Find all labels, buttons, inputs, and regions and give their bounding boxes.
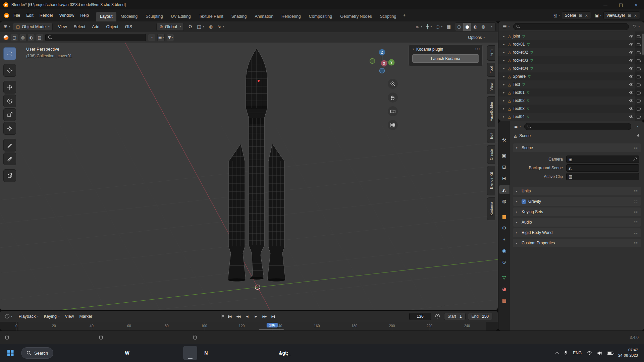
browse-scene-button[interactable]: ◱▾ xyxy=(552,11,561,19)
add-cube-tool[interactable] xyxy=(3,169,16,182)
workspace-tab[interactable]: Texture Paint xyxy=(195,12,227,21)
editor-type-button[interactable]: ⊞▾ xyxy=(2,23,12,31)
battery-icon[interactable] xyxy=(607,352,613,355)
asset-search-input[interactable] xyxy=(54,35,143,40)
object-name[interactable]: Text03 xyxy=(513,106,524,111)
outliner-row[interactable]: ▸ △ Sphere ▽ xyxy=(498,72,644,80)
disable-in-render-camera-icon[interactable] xyxy=(636,35,642,38)
outliner-row[interactable]: ▸ △ rocket04 ▽ xyxy=(498,64,644,72)
scale-tool[interactable] xyxy=(3,108,16,121)
topbar-menu[interactable]: Render xyxy=(37,12,56,19)
transform-orientation-dropdown[interactable]: ⊕ Global▾ xyxy=(156,23,184,31)
workspace-tab[interactable]: Sculpting xyxy=(142,12,167,21)
start-frame-field[interactable]: Start 1 xyxy=(444,313,466,320)
object-name[interactable]: Sphere xyxy=(513,74,526,79)
object-name[interactable]: rocket03 xyxy=(513,58,528,63)
properties-section[interactable]: ▸ ✓ Keying Sets ∷∷ xyxy=(513,207,641,216)
expand-arrow-icon[interactable]: ▸ xyxy=(503,43,506,46)
shading-material-button[interactable]: ◐ xyxy=(471,23,479,31)
filter-dropdown[interactable]: ▼▾ xyxy=(167,34,174,41)
browse-viewlayer-button[interactable]: ▣▾ xyxy=(594,11,603,19)
shading-options-dropdown[interactable]: ▾ xyxy=(487,23,495,31)
side-tab-kodama[interactable]: Kodama xyxy=(487,197,495,220)
show-gizmo-toggle[interactable]: ┼▾ xyxy=(425,23,433,31)
asset-type-toggle[interactable]: ▢ xyxy=(11,34,18,41)
hide-in-viewport-eye-icon[interactable] xyxy=(628,83,634,86)
remove-viewlayer-icon[interactable]: × xyxy=(634,13,637,18)
timeline-playhead[interactable]: 136 xyxy=(272,322,272,330)
workspace-tab[interactable]: Scripting xyxy=(376,12,400,21)
asset-type-toggle[interactable]: ▤ xyxy=(36,34,43,41)
outliner-scrollbar[interactable] xyxy=(642,34,644,55)
disable-in-render-camera-icon[interactable] xyxy=(636,83,642,86)
app-menu-button[interactable] xyxy=(3,11,10,19)
xray-toggle[interactable]: ▦ xyxy=(445,23,453,31)
timeline-editor-type-button[interactable]: ▾ xyxy=(3,312,14,320)
timeline-ruler[interactable]: 020406080100120140160180200220240 136 xyxy=(0,322,498,330)
cursor-tool[interactable] xyxy=(3,64,16,77)
hide-in-viewport-eye-icon[interactable] xyxy=(628,67,634,70)
transport-play-reverse[interactable]: ◀ xyxy=(243,313,251,320)
props-tab-constraints[interactable]: ⊙ xyxy=(499,257,509,266)
mode-dropdown[interactable]: ▢ Object Mode▾ xyxy=(13,23,52,31)
expand-arrow-icon[interactable]: ▸ xyxy=(503,59,506,62)
properties-section[interactable]: ▸ ✓ Gravity ∷∷ xyxy=(513,197,641,206)
viewport-menu[interactable]: Add xyxy=(89,23,102,31)
props-tab-material[interactable]: ◕ xyxy=(499,284,509,293)
object-name[interactable]: Text02 xyxy=(513,98,524,103)
start-button[interactable] xyxy=(3,346,17,360)
rocket-wireframe-model[interactable] xyxy=(228,49,285,282)
select-box-tool[interactable] xyxy=(3,47,16,60)
annotate-tool[interactable] xyxy=(3,139,16,152)
list-view-dropdown[interactable]: ☰▾ xyxy=(157,34,165,41)
search-history-dropdown[interactable]: ▾ xyxy=(148,34,155,41)
microphone-icon[interactable] xyxy=(564,350,568,356)
rotate-tool[interactable] xyxy=(3,95,16,107)
disable-in-render-camera-icon[interactable] xyxy=(636,43,642,46)
timeline-menu[interactable]: Playback xyxy=(16,313,41,320)
snap-toggle[interactable]: Ω xyxy=(186,23,194,31)
properties-editor-type-button[interactable]: ≡▾ xyxy=(513,122,522,130)
hide-in-viewport-eye-icon[interactable] xyxy=(628,115,634,118)
add-workspace-button[interactable]: + xyxy=(400,11,408,20)
hide-in-viewport-eye-icon[interactable] xyxy=(628,43,634,46)
transport-jump-end[interactable]: ▶▮ xyxy=(269,313,277,320)
navigation-gizmo[interactable]: Z Y X xyxy=(369,48,395,77)
workspace-tab[interactable]: Shading xyxy=(227,12,251,21)
side-tab-item[interactable]: Item xyxy=(487,45,495,61)
transform-tool[interactable] xyxy=(3,122,16,135)
timeline-menu[interactable]: Keying xyxy=(41,313,62,320)
object-name[interactable]: rock01 xyxy=(513,42,525,47)
taskbar-app-terminal[interactable]: &gt;_ xyxy=(278,346,292,360)
taskbar-app-explorer[interactable] xyxy=(73,346,87,360)
scene-section-header[interactable]: ▾ Scene ∷∷ xyxy=(513,143,641,152)
expand-arrow-icon[interactable]: ▸ xyxy=(503,75,506,78)
timeline-menu[interactable]: View xyxy=(62,313,77,320)
hide-in-viewport-eye-icon[interactable] xyxy=(628,75,634,78)
expand-arrow-icon[interactable]: ▸ xyxy=(503,91,506,94)
timeline-menu[interactable]: Marker xyxy=(76,313,95,320)
transport-play[interactable]: ▶ xyxy=(252,313,260,320)
move-tool[interactable] xyxy=(3,81,16,94)
kodama-panel-header[interactable]: ▾ Kodama plugin ∷∷ xyxy=(409,45,482,53)
taskbar-app-dark-ring[interactable] xyxy=(104,346,118,360)
field-input[interactable]: ▣ xyxy=(566,156,639,163)
clock[interactable]: 07:47 24-08-2023 xyxy=(618,348,638,358)
taskbar-app-onenote[interactable]: N xyxy=(199,346,213,360)
disable-in-render-camera-icon[interactable] xyxy=(636,99,642,103)
outliner-filter-button[interactable]: ▾ xyxy=(631,22,641,31)
3d-viewport[interactable]: User Perspective (136) Collection | cove… xyxy=(0,43,498,310)
minimize-button[interactable]: — xyxy=(598,0,613,9)
object-name[interactable]: Text04 xyxy=(513,114,524,119)
workspace-tab[interactable]: Geometry Nodes xyxy=(336,12,376,21)
field-input[interactable]: ▥ xyxy=(566,173,639,180)
disable-in-render-camera-icon[interactable] xyxy=(636,67,642,70)
asset-type-toggle[interactable]: ◍ xyxy=(19,34,26,41)
transport-jump-start[interactable]: ▮◀ xyxy=(226,313,233,320)
disable-in-render-camera-icon[interactable] xyxy=(636,107,642,111)
taskbar-app-dark-app[interactable] xyxy=(152,346,166,360)
unlink-scene-icon[interactable]: × xyxy=(585,13,588,18)
props-tab-scene[interactable]: ◭ xyxy=(499,185,509,194)
props-tab-object[interactable]: ■ xyxy=(499,212,509,221)
viewport-menu[interactable]: Object xyxy=(103,23,121,31)
